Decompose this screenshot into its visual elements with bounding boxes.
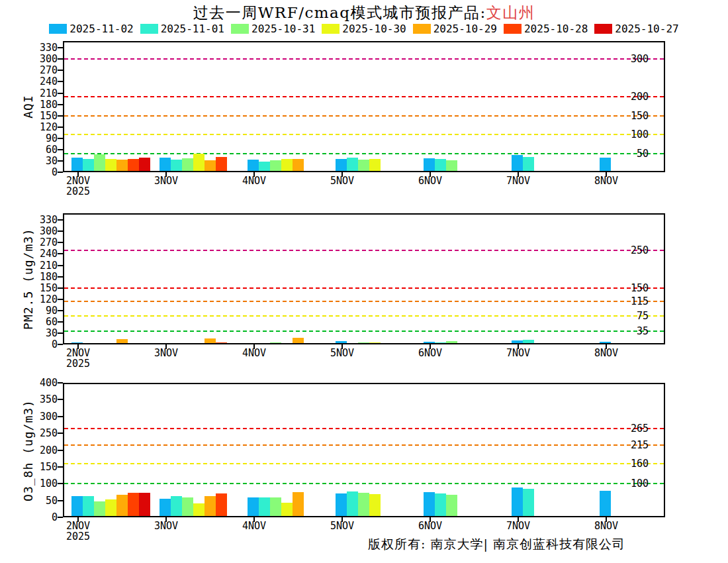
x-tick-label: 4NOV — [231, 176, 277, 187]
legend-item: 2025-10-31 — [231, 23, 315, 35]
legend-swatch — [140, 24, 158, 34]
legend-item: 2025-10-29 — [413, 23, 497, 35]
x-tick-label: 7NOV — [495, 521, 541, 532]
y-tick-mark — [58, 517, 63, 518]
legend-label: 2025-10-27 — [615, 23, 678, 35]
legend: 2025-11-022025-11-012025-10-312025-10-30… — [0, 23, 728, 35]
y-tick-mark — [58, 115, 63, 117]
legend-swatch — [231, 24, 249, 34]
y-tick-mark — [58, 219, 63, 221]
y-tick-mark — [58, 138, 63, 139]
x-tick-year-label: 2025 — [55, 186, 101, 197]
legend-item: 2025-11-01 — [140, 23, 224, 35]
legend-label: 2025-10-30 — [342, 23, 406, 35]
x-tick-label: 5NOV — [319, 348, 365, 359]
x-tick-label: 6NOV — [407, 348, 453, 359]
legend-item: 2025-10-27 — [594, 23, 678, 35]
legend-swatch — [594, 24, 612, 34]
y-tick-mark — [58, 333, 63, 334]
legend-label: 2025-10-28 — [524, 23, 588, 35]
y-tick-mark — [58, 466, 63, 468]
x-tick-label: 8NOV — [583, 176, 629, 187]
chart-panel-border — [63, 383, 665, 517]
legend-label: 2025-11-02 — [69, 23, 133, 35]
legend-label: 2025-10-29 — [433, 23, 497, 35]
y-tick-mark — [58, 344, 63, 345]
x-tick-label: 5NOV — [319, 521, 365, 532]
y-tick-mark — [58, 382, 63, 384]
legend-swatch — [504, 24, 522, 34]
x-tick-label: 6NOV — [407, 176, 453, 187]
y-tick-mark — [58, 299, 63, 300]
y-tick-mark — [58, 399, 63, 400]
y-tick-mark — [58, 47, 63, 48]
legend-swatch — [413, 24, 431, 34]
y-tick-mark — [58, 230, 63, 232]
y-tick-mark — [58, 500, 63, 501]
y-axis-title: PM2.5 (ug/m3) — [21, 179, 37, 378]
y-tick-mark — [58, 416, 63, 417]
x-tick-label: 4NOV — [231, 348, 277, 359]
legend-swatch — [49, 24, 67, 34]
y-tick-mark — [58, 81, 63, 82]
legend-label: 2025-11-01 — [161, 23, 224, 35]
y-tick-mark — [58, 70, 63, 71]
x-tick-label: 8NOV — [583, 348, 629, 359]
page-title-main: 过去一周WRF/cmaq模式城市预报产品: — [193, 4, 486, 21]
y-tick-mark — [58, 172, 63, 173]
y-tick-mark — [58, 287, 63, 289]
y-tick-mark — [58, 433, 63, 434]
y-tick-mark — [58, 450, 63, 451]
y-tick-mark — [58, 93, 63, 94]
forecast-chart-page: 过去一周WRF/cmaq模式城市预报产品:文山州 2025-11-022025-… — [0, 0, 728, 563]
chart-panel-border — [63, 41, 665, 172]
legend-label: 2025-10-31 — [251, 23, 315, 35]
y-tick-mark — [58, 276, 63, 278]
x-tick-label: 7NOV — [495, 348, 541, 359]
x-tick-label: 3NOV — [143, 176, 189, 187]
y-axis-title: O3_8h (ug/m3) — [21, 351, 37, 550]
x-tick-label: 8NOV — [583, 521, 629, 532]
y-tick-mark — [58, 149, 63, 150]
page-title-region: 文山州 — [486, 4, 535, 21]
legend-item: 2025-10-30 — [322, 23, 406, 35]
y-tick-mark — [58, 242, 63, 243]
y-tick-mark — [58, 160, 63, 162]
y-tick-mark — [58, 265, 63, 266]
y-tick-mark — [58, 321, 63, 323]
legend-item: 2025-11-02 — [49, 23, 133, 35]
x-tick-year-label: 2025 — [55, 358, 101, 370]
copyright-caption: 版权所有: 南京大学| 南京创蓝科技有限公司 — [368, 536, 625, 553]
x-tick-label: 5NOV — [319, 176, 365, 187]
x-tick-year-label: 2025 — [55, 531, 101, 542]
x-tick-label: 3NOV — [143, 521, 189, 532]
y-axis-title: AQI — [21, 7, 37, 206]
y-tick-mark — [58, 253, 63, 254]
chart-panel-border — [63, 213, 665, 344]
y-tick-mark — [58, 127, 63, 128]
legend-item: 2025-10-28 — [504, 23, 588, 35]
y-tick-mark — [58, 483, 63, 484]
y-tick-mark — [58, 310, 63, 311]
x-tick-label: 3NOV — [143, 348, 189, 359]
x-tick-label: 4NOV — [231, 521, 277, 532]
legend-swatch — [322, 24, 340, 34]
y-tick-mark — [58, 104, 63, 105]
x-tick-label: 6NOV — [407, 521, 453, 532]
x-tick-label: 7NOV — [495, 176, 541, 187]
y-tick-mark — [58, 58, 63, 60]
page-title: 过去一周WRF/cmaq模式城市预报产品:文山州 — [20, 3, 708, 23]
